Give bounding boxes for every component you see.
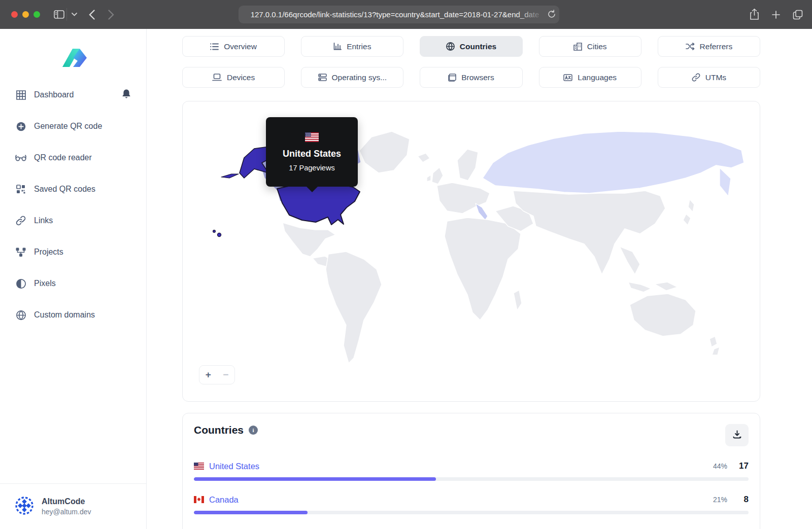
sidebar-item-links[interactable]: Links (15, 210, 146, 231)
tab-languages[interactable]: Languages (539, 67, 641, 88)
progress-track (194, 477, 749, 481)
countries-panel: Countries i United States 44% (182, 413, 760, 529)
sidebar-item-label: Projects (34, 248, 63, 257)
sidebar-item-qr-reader[interactable]: QR code reader (15, 148, 146, 168)
sidebar-nav: Dashboard Generate QR code QR code reade… (0, 85, 146, 336)
sidebar-item-generate-qr[interactable]: Generate QR code (15, 116, 146, 136)
zoom-in-button[interactable]: + (199, 366, 217, 384)
brand-logo[interactable] (0, 29, 146, 85)
plus-circle-icon (15, 122, 26, 131)
laptop-icon (212, 74, 222, 81)
tab-referrers[interactable]: Referrers (658, 36, 760, 57)
tab-overview[interactable]: Overview (182, 36, 285, 57)
progress-fill (194, 477, 436, 481)
close-window-button[interactable] (11, 11, 18, 18)
tab-utms[interactable]: UTMs (658, 67, 760, 88)
share-icon[interactable] (750, 9, 759, 20)
contrast-icon (15, 279, 26, 289)
zoom-window-button[interactable] (33, 11, 40, 18)
progress-track (194, 511, 749, 514)
tab-label: Overview (224, 42, 257, 51)
minimize-window-button[interactable] (22, 11, 29, 18)
tab-label: Cities (587, 42, 607, 51)
sidebar-item-pixels[interactable]: Pixels (15, 273, 146, 294)
sidebar-toggle-icon[interactable] (54, 0, 64, 29)
zoom-out-button[interactable]: − (217, 366, 235, 384)
browser-icon (448, 74, 456, 82)
sidebar-item-label: Saved QR codes (34, 185, 95, 194)
tab-entries[interactable]: Entries (301, 36, 403, 57)
tab-label: Referrers (700, 42, 733, 51)
globe-icon (15, 310, 26, 320)
nodes-icon (15, 248, 26, 257)
tab-cities[interactable]: Cities (539, 36, 641, 57)
sidebar-item-projects[interactable]: Projects (15, 242, 146, 262)
forward-button[interactable] (108, 0, 114, 29)
tab-operating-systems[interactable]: Operating sys... (301, 67, 403, 88)
tab-label: Browsers (461, 73, 494, 82)
sidebar-item-dashboard[interactable]: Dashboard (15, 85, 146, 105)
bar-chart-icon (333, 43, 342, 50)
link-icon (15, 216, 26, 226)
map-tooltip: United States 17 Pageviews (266, 117, 358, 187)
browser-chrome: 127.0.0.1/66qrcode/link-statistics/13?ty… (0, 0, 812, 29)
country-link[interactable]: United States (209, 462, 259, 471)
tab-countries[interactable]: Countries (420, 36, 522, 57)
country-percent: 44% (713, 462, 727, 470)
stat-tabs: Overview Entries Countries Cities Referr… (182, 36, 760, 88)
sidebar-item-label: Dashboard (34, 90, 74, 99)
sidebar-item-label: QR code reader (34, 153, 92, 162)
avatar (15, 497, 33, 517)
tab-label: Countries (460, 42, 496, 51)
translate-icon (563, 74, 572, 81)
traffic-lights[interactable] (11, 11, 40, 18)
chevron-down-icon[interactable] (72, 0, 77, 29)
tab-overview-icon[interactable] (793, 10, 803, 20)
country-row: Canada 21% 8 (194, 495, 749, 514)
canada-flag-icon (194, 496, 204, 503)
tab-label: Entries (347, 42, 371, 51)
export-button[interactable] (725, 424, 749, 446)
globe-icon (446, 42, 455, 51)
link-icon (692, 73, 700, 82)
list-icon (210, 43, 219, 50)
sidebar: Dashboard Generate QR code QR code reade… (0, 29, 147, 529)
server-icon (318, 74, 327, 81)
url-fade (517, 6, 544, 23)
reload-icon[interactable] (548, 10, 556, 19)
country-count: 8 (738, 495, 749, 505)
country-count: 17 (738, 461, 749, 471)
sidebar-item-label: Generate QR code (34, 122, 102, 131)
tab-label: Operating sys... (332, 73, 387, 82)
tab-devices[interactable]: Devices (182, 67, 285, 88)
progress-fill (194, 511, 308, 514)
download-icon (733, 430, 741, 440)
tab-label: UTMs (705, 73, 726, 82)
back-button[interactable] (89, 0, 95, 29)
toolbar-divider (66, 8, 67, 21)
sidebar-item-label: Pixels (34, 279, 56, 288)
new-tab-icon[interactable] (771, 10, 781, 19)
country-link[interactable]: Canada (209, 495, 239, 505)
tab-label: Devices (227, 73, 255, 82)
glasses-icon (15, 154, 26, 161)
tooltip-country: United States (283, 149, 341, 159)
account-card[interactable]: AltumCode hey@altum.dev (0, 483, 146, 529)
buildings-icon (573, 43, 582, 51)
country-percent: 21% (713, 496, 727, 504)
sidebar-item-saved-qr[interactable]: Saved QR codes (15, 179, 146, 199)
tab-label: Languages (578, 73, 617, 82)
sidebar-item-label: Custom domains (34, 310, 95, 320)
bell-icon[interactable] (122, 89, 131, 101)
country-row: United States 44% 17 (194, 461, 749, 481)
address-bar[interactable]: 127.0.0.1/66qrcode/link-statistics/13?ty… (239, 6, 559, 23)
sidebar-item-custom-domains[interactable]: Custom domains (15, 305, 146, 325)
tab-browsers[interactable]: Browsers (420, 67, 522, 88)
grid-icon (15, 90, 26, 100)
account-name: AltumCode (42, 497, 91, 506)
account-email: hey@altum.dev (42, 508, 91, 516)
world-map-card: United States 17 Pageviews + − (182, 101, 760, 402)
info-icon[interactable]: i (249, 426, 258, 435)
panel-title: Countries (194, 424, 244, 436)
sidebar-item-label: Links (34, 216, 53, 225)
